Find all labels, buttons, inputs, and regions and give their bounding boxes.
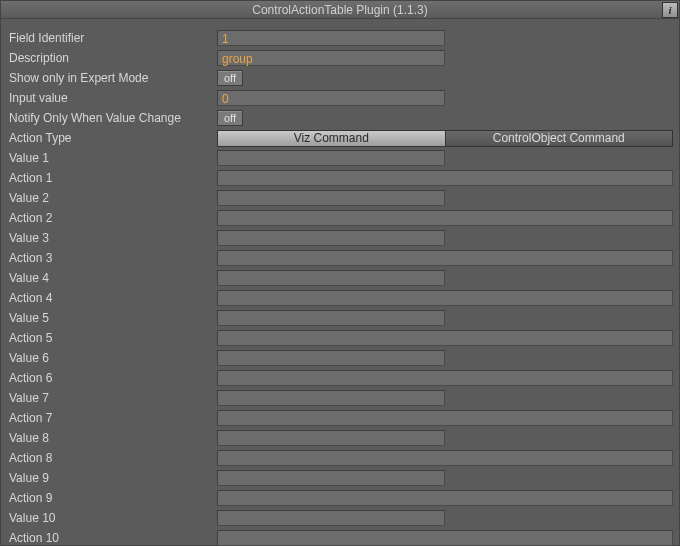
label-action-4: Action 4 [7,291,217,305]
row-expert-mode: Show only in Expert Mode off [7,69,675,87]
input-value-7[interactable] [217,390,445,406]
info-button[interactable]: i [662,2,678,18]
row-action-type: Action Type Viz Command ControlObject Co… [7,129,675,147]
label-value-9: Value 9 [7,471,217,485]
row-description: Description group [7,49,675,67]
row-action-5: Action 5 [7,329,675,347]
segment-action-type: Viz Command ControlObject Command [217,130,673,147]
label-action-5: Action 5 [7,331,217,345]
input-value-3[interactable] [217,230,445,246]
input-input-value[interactable]: 0 [217,90,445,106]
row-value-10: Value 10 [7,509,675,527]
segment-controlobject-command[interactable]: ControlObject Command [446,130,674,147]
input-action-10[interactable] [217,530,673,546]
row-action-7: Action 7 [7,409,675,427]
row-value-3: Value 3 [7,229,675,247]
titlebar: ControlActionTable Plugin (1.1.3) i [1,1,679,19]
label-action-1: Action 1 [7,171,217,185]
row-action-8: Action 8 [7,449,675,467]
row-value-9: Value 9 [7,469,675,487]
input-action-4[interactable] [217,290,673,306]
input-value-2[interactable] [217,190,445,206]
input-action-3[interactable] [217,250,673,266]
row-input-value: Input value 0 [7,89,675,107]
input-action-2[interactable] [217,210,673,226]
row-action-3: Action 3 [7,249,675,267]
row-action-2: Action 2 [7,209,675,227]
input-value-9[interactable] [217,470,445,486]
input-action-9[interactable] [217,490,673,506]
plugin-panel: ControlActionTable Plugin (1.1.3) i Fiel… [0,0,680,546]
row-value-2: Value 2 [7,189,675,207]
row-action-6: Action 6 [7,369,675,387]
row-value-8: Value 8 [7,429,675,447]
label-action-9: Action 9 [7,491,217,505]
row-field-identifier: Field Identifier 1 [7,29,675,47]
label-action-8: Action 8 [7,451,217,465]
label-action-6: Action 6 [7,371,217,385]
input-value-8[interactable] [217,430,445,446]
label-value-7: Value 7 [7,391,217,405]
label-value-10: Value 10 [7,511,217,525]
row-value-1: Value 1 [7,149,675,167]
label-action-2: Action 2 [7,211,217,225]
row-action-4: Action 4 [7,289,675,307]
row-value-6: Value 6 [7,349,675,367]
label-action-type: Action Type [7,131,217,145]
input-action-5[interactable] [217,330,673,346]
label-expert-mode: Show only in Expert Mode [7,71,217,85]
input-action-8[interactable] [217,450,673,466]
input-action-7[interactable] [217,410,673,426]
label-action-10: Action 10 [7,531,217,545]
label-value-4: Value 4 [7,271,217,285]
row-value-7: Value 7 [7,389,675,407]
row-value-5: Value 5 [7,309,675,327]
input-field-identifier[interactable]: 1 [217,30,445,46]
input-description[interactable]: group [217,50,445,66]
label-notify-change: Notify Only When Value Change [7,111,217,125]
row-notify-change: Notify Only When Value Change off [7,109,675,127]
row-action-10: Action 10 [7,529,675,546]
input-action-6[interactable] [217,370,673,386]
toggle-notify-change[interactable]: off [217,110,243,126]
label-action-3: Action 3 [7,251,217,265]
input-value-4[interactable] [217,270,445,286]
label-field-identifier: Field Identifier [7,31,217,45]
input-value-6[interactable] [217,350,445,366]
input-value-1[interactable] [217,150,445,166]
label-value-8: Value 8 [7,431,217,445]
input-value-5[interactable] [217,310,445,326]
label-value-3: Value 3 [7,231,217,245]
row-value-4: Value 4 [7,269,675,287]
panel-body: Field Identifier 1 Description group Sho… [1,19,679,546]
label-value-2: Value 2 [7,191,217,205]
label-description: Description [7,51,217,65]
input-action-1[interactable] [217,170,673,186]
panel-title: ControlActionTable Plugin (1.1.3) [252,3,427,17]
row-action-9: Action 9 [7,489,675,507]
input-value-10[interactable] [217,510,445,526]
label-value-1: Value 1 [7,151,217,165]
label-action-7: Action 7 [7,411,217,425]
toggle-expert-mode[interactable]: off [217,70,243,86]
row-action-1: Action 1 [7,169,675,187]
label-value-5: Value 5 [7,311,217,325]
label-input-value: Input value [7,91,217,105]
label-value-6: Value 6 [7,351,217,365]
segment-viz-command[interactable]: Viz Command [217,130,446,147]
